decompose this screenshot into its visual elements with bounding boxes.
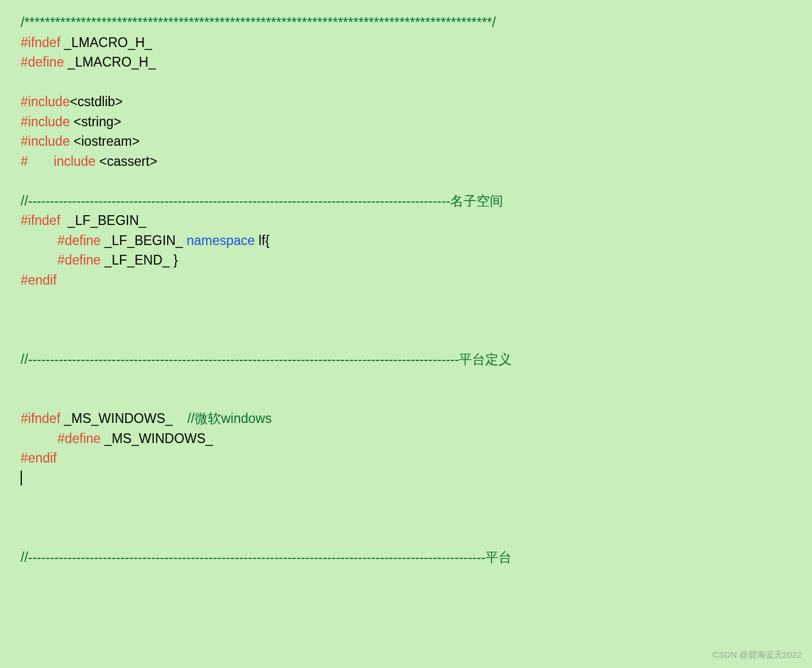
code-line-1: /***************************************…	[21, 13, 791, 33]
code-line-20	[21, 389, 791, 409]
code-line-26	[21, 508, 791, 528]
macro-name: _MS_WINDOWS_	[64, 411, 187, 426]
section-divider-namespace: //--------------------------------------…	[21, 193, 450, 208]
code-line-4	[21, 72, 791, 92]
endif-directive: #endif	[21, 450, 57, 465]
include-directive: #include	[21, 94, 70, 109]
code-line-17	[21, 329, 791, 349]
code-line-5: #include<cstdlib>	[21, 92, 791, 112]
hash-directive: #	[21, 154, 28, 169]
section-label-platform: 平台	[485, 550, 512, 565]
code-line-15	[21, 290, 791, 310]
text-cursor	[21, 471, 22, 486]
inline-comment: //微软windows	[187, 411, 272, 426]
code-line-13: #define _LF_END_ }	[21, 250, 791, 270]
namespace-body: lf{	[258, 233, 269, 248]
code-line-7: #include <iostream>	[21, 131, 791, 152]
code-line-14: #endif	[21, 270, 791, 290]
comment-block-header: /***************************************…	[21, 15, 496, 30]
section-label-namespace: 名子空间	[450, 193, 503, 208]
include-keyword: include	[28, 154, 99, 169]
code-line-8: # include <cassert>	[21, 152, 791, 172]
include-header: <cassert>	[99, 154, 157, 169]
section-divider-platform: //--------------------------------------…	[21, 550, 485, 565]
section-divider-platform-def: //--------------------------------------…	[21, 352, 459, 367]
endif-directive: #endif	[21, 273, 57, 288]
macro-name: _LF_BEGIN_	[68, 213, 146, 228]
code-line-28: //--------------------------------------…	[21, 547, 791, 568]
code-line-11: #ifndef _LF_BEGIN_	[21, 211, 791, 231]
indent	[21, 233, 57, 248]
code-line-16	[21, 310, 791, 330]
macro-name: _MS_WINDOWS_	[105, 431, 213, 446]
code-line-25	[21, 488, 791, 508]
include-header: <string>	[74, 114, 121, 129]
indent	[21, 431, 57, 446]
guard-name: _LMACRO_H_	[64, 55, 156, 69]
include-directive: #include	[21, 114, 74, 129]
code-line-22: #define _MS_WINDOWS_	[21, 429, 791, 449]
code-editor: /***************************************…	[21, 13, 791, 567]
code-line-23: #endif	[21, 448, 791, 468]
ifndef-directive: #ifndef	[21, 411, 64, 426]
code-line-27	[21, 527, 791, 547]
include-directive: #include	[21, 134, 74, 149]
section-label-platform-def: 平台定义	[459, 352, 512, 367]
code-line-6: #include <string>	[21, 112, 791, 132]
ifndef-directive: #ifndef	[21, 213, 68, 228]
code-line-3: #define _LMACRO_H_	[21, 52, 791, 72]
define-directive: #define	[57, 431, 105, 446]
code-line-9	[21, 171, 791, 191]
code-line-21: #ifndef _MS_WINDOWS_ //微软windows	[21, 409, 791, 429]
macro-name: _LF_BEGIN_	[105, 233, 183, 248]
ifndef-directive: #ifndef	[21, 35, 60, 50]
code-line-24	[21, 468, 791, 488]
define-directive: #define	[57, 253, 105, 267]
code-line-18: //--------------------------------------…	[21, 349, 791, 370]
macro-name-value: _LF_END_ }	[105, 253, 178, 267]
namespace-keyword: namespace	[183, 233, 259, 248]
watermark-text: CSDN @碧海蓝天2022	[713, 648, 802, 662]
include-header: <cstdlib>	[70, 94, 123, 109]
code-line-10: //--------------------------------------…	[21, 191, 791, 211]
indent	[21, 253, 57, 267]
code-line-19	[21, 369, 791, 389]
code-line-12: #define _LF_BEGIN_ namespace lf{	[21, 231, 791, 251]
code-line-2: #ifndef _LMACRO_H_	[21, 33, 791, 53]
define-directive: #define	[57, 233, 105, 248]
define-directive: #define	[21, 55, 64, 69]
guard-name: _LMACRO_H_	[60, 35, 152, 50]
include-header: <iostream>	[74, 134, 140, 149]
